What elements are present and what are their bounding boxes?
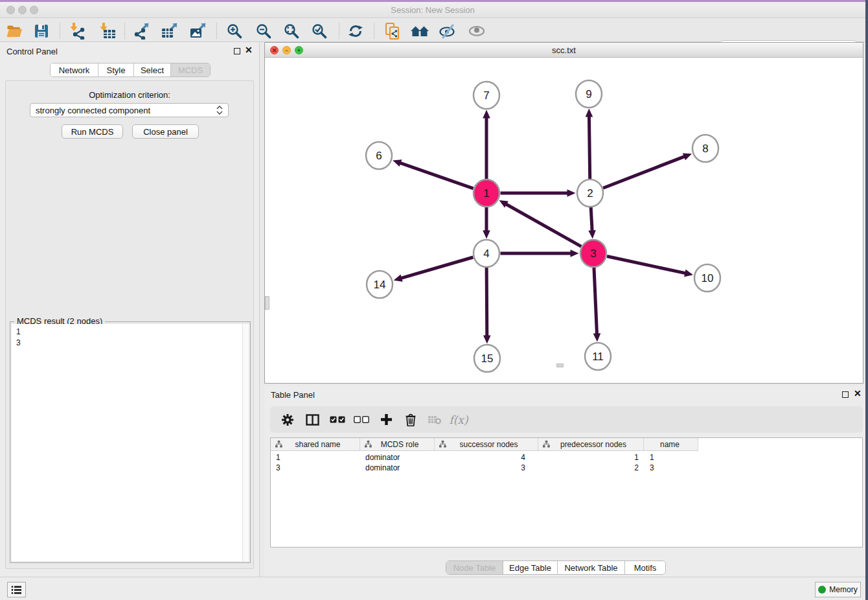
zoom-out-icon[interactable] [253,22,275,40]
graph-edge-4-15[interactable] [483,267,491,343]
result-scrollbar[interactable] [242,324,249,561]
svg-text:8: 8 [702,143,708,155]
mcds-result-list[interactable]: 1 3 [12,324,249,561]
table-row[interactable]: 3 dominator 3 2 3 [271,463,698,473]
show-columns-icon[interactable] [303,411,322,428]
network-window-titlebar[interactable]: ✕ − + scc.txt [265,43,863,58]
graph-edge-4-3[interactable] [501,249,579,257]
graph-node-1[interactable]: 1 [474,179,499,207]
svg-text:1: 1 [483,187,489,200]
memory-button[interactable]: Memory [815,582,861,597]
graph-edge-1-6[interactable] [393,159,473,189]
node-table[interactable]: shared name MCDS role successor nodes pr… [270,437,863,548]
column-header-successor-nodes[interactable]: successor nodes [435,438,538,450]
close-panel-button[interactable]: Close panel [132,124,199,139]
graph-node-6[interactable]: 6 [366,142,392,169]
column-header-shared-name[interactable]: shared name [271,438,360,450]
create-column-plus-icon[interactable] [376,411,396,428]
tab-network-table[interactable]: Network Table [558,561,625,574]
result-item: 3 [16,338,21,349]
criterion-dropdown[interactable]: strongly connected component [30,103,229,117]
svg-text:2: 2 [587,187,593,200]
cell-name: 1 [644,452,698,463]
tab-style[interactable]: Style [98,63,134,76]
import-table-icon[interactable] [97,22,119,40]
export-network-icon[interactable] [130,22,152,40]
graph-edge-3-10[interactable] [607,257,693,277]
graph-node-9[interactable]: 9 [576,80,602,108]
graph-node-4[interactable]: 4 [474,240,499,267]
close-table-panel-icon[interactable]: ✕ [854,388,862,398]
zoom-in-icon[interactable] [223,22,246,40]
cell-name: 3 [644,463,698,473]
control-panel: Control Panel ✕ Network Style Select MCD… [0,42,260,577]
export-table-icon[interactable] [158,22,180,40]
deselect-all-icon[interactable] [352,411,371,428]
network-graph: 7968124314101511 [265,58,863,383]
float-table-panel-icon[interactable] [842,391,849,398]
table-settings-gear-icon[interactable] [278,411,297,428]
graph-node-14[interactable]: 14 [367,271,393,298]
refresh-icon[interactable] [345,22,367,40]
close-panel-icon[interactable]: ✕ [245,45,253,55]
tab-node-table[interactable]: Node Table [446,561,503,574]
graph-edge-1-2[interactable] [501,189,576,197]
delete-column-trash-icon[interactable] [401,411,420,428]
graph-node-2[interactable]: 2 [577,179,603,207]
zoom-selected-icon[interactable] [308,22,330,40]
svg-text:14: 14 [374,279,386,291]
horizontal-splitter-handle[interactable] [556,363,564,367]
graph-node-3[interactable]: 3 [580,240,606,267]
column-header-predecessor-nodes[interactable]: predecessor nodes [538,438,644,450]
show-details-eye-icon[interactable] [466,22,488,40]
zoom-fit-icon[interactable] [280,22,303,40]
run-mcds-button[interactable]: Run MCDS [62,124,123,139]
open-file-icon[interactable] [3,22,25,40]
status-bar: Memory [0,577,865,600]
cell-shared-name: 3 [271,463,360,473]
graph-edge-3-1[interactable] [499,200,582,246]
graph-edge-3-11[interactable] [593,267,601,341]
tab-select[interactable]: Select [134,63,171,76]
graph-edge-2-9[interactable] [586,108,593,179]
home-gallery-icon[interactable] [409,22,431,40]
table-row[interactable]: 1 dominator 4 1 1 [271,452,698,463]
main-titlebar: Session: New Session [0,2,865,18]
network-canvas[interactable]: 7968124314101511 [265,58,863,383]
svg-text:7: 7 [483,89,489,102]
graph-edge-4-14[interactable] [394,257,474,282]
control-panel-tabs: Network Style Select MCDS [50,63,211,77]
svg-text:15: 15 [481,352,494,365]
graph-edge-2-3[interactable] [588,207,596,238]
task-history-button[interactable] [7,582,26,597]
application-window: Session: New Session [0,0,865,600]
network-view-window: ✕ − + scc.txt 7968124314101511 [264,42,863,384]
graph-node-7[interactable]: 7 [474,82,499,109]
graph-node-10[interactable]: 10 [694,264,720,292]
float-panel-icon[interactable] [234,48,240,54]
import-network-icon[interactable] [66,22,88,40]
graph-node-11[interactable]: 11 [585,343,611,370]
vertical-splitter-handle[interactable] [265,296,269,310]
save-session-icon[interactable] [30,22,52,40]
svg-text:11: 11 [592,351,604,363]
tab-network[interactable]: Network [51,63,98,76]
mcds-panel-body: Optimization criterion: strongly connect… [5,80,254,569]
column-header-name[interactable]: name [644,438,698,450]
tab-edge-table[interactable]: Edge Table [503,561,558,574]
export-image-icon[interactable] [187,22,209,40]
table-header-row: shared name MCDS role successor nodes pr… [271,438,698,451]
optimization-criterion-label: Optimization criterion: [6,90,253,100]
share-document-icon[interactable] [381,22,403,40]
hide-details-eye-icon[interactable] [437,22,459,40]
tab-mcds[interactable]: MCDS [171,63,210,76]
table-toolbar: f(x) [270,406,863,433]
column-header-mcds-role[interactable]: MCDS role [360,438,435,450]
graph-edge-2-8[interactable] [603,153,692,188]
graph-node-15[interactable]: 15 [474,345,500,372]
graph-edge-1-4[interactable] [483,207,490,239]
tab-motifs[interactable]: Motifs [625,561,665,574]
select-all-icon[interactable] [328,411,347,428]
graph-node-8[interactable]: 8 [692,135,718,162]
graph-edge-1-7[interactable] [483,110,490,179]
